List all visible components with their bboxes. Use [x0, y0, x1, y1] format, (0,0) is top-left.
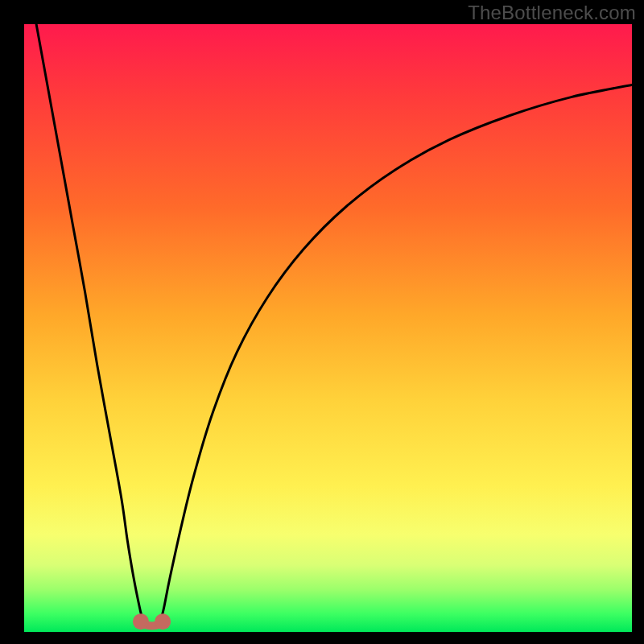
notch-marker-right [155, 613, 171, 630]
notch-marker-left [133, 613, 149, 630]
curve-left-branch [36, 24, 142, 620]
bottleneck-curve [24, 24, 632, 632]
chart-frame: TheBottleneck.com [0, 0, 644, 644]
curve-right-branch [161, 85, 632, 620]
plot-area [24, 24, 632, 632]
watermark-text: TheBottleneck.com [468, 2, 636, 24]
